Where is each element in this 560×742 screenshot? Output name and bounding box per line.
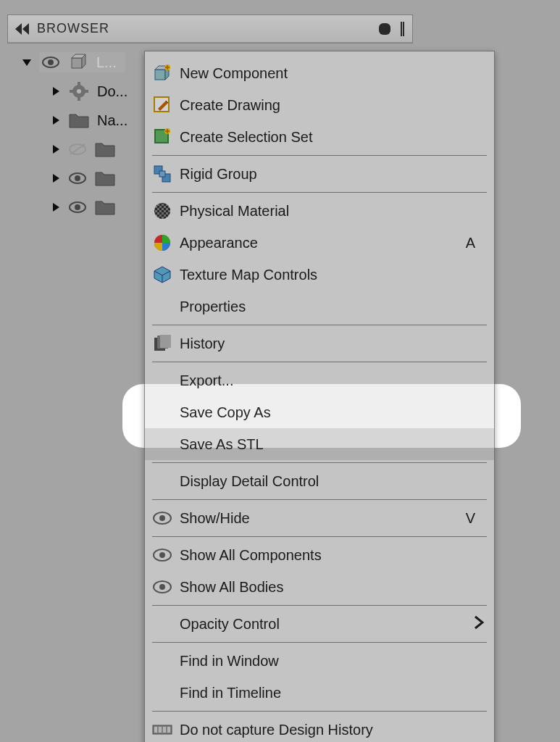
svg-point-14	[75, 204, 80, 210]
menu-find-in-timeline[interactable]: Find in Timeline	[145, 677, 494, 709]
menu-separator	[152, 362, 487, 362]
menu-show-all-components[interactable]: Show All Components	[145, 539, 494, 571]
menu-label: Show All Components	[180, 547, 484, 564]
svg-rect-8	[85, 90, 88, 93]
menu-properties[interactable]: Properties	[145, 291, 494, 322]
menu-find-in-window[interactable]: Find in Window	[145, 645, 494, 677]
gear-icon	[68, 82, 90, 101]
visibility-eye-icon[interactable]	[41, 53, 60, 72]
tree-item-label: L...	[96, 54, 117, 71]
svg-rect-38	[154, 727, 157, 733]
menu-label: Display Detail Control	[180, 473, 484, 490]
menu-separator	[152, 325, 487, 325]
folder-icon	[94, 198, 116, 217]
browser-header-controls	[379, 22, 402, 36]
visibility-eye-icon[interactable]	[68, 198, 87, 217]
eye-icon	[151, 507, 174, 529]
tree-item-label: Do...	[97, 83, 128, 100]
context-menu: New Component Create Drawing Create Sele…	[144, 51, 495, 742]
menu-separator	[152, 462, 487, 463]
menu-label: Opacity Control	[180, 616, 474, 633]
menu-label: Properties	[180, 299, 484, 315]
menu-shortcut: V	[466, 510, 475, 527]
menu-label: Find in Window	[180, 653, 484, 670]
expand-arrow-icon[interactable]	[51, 115, 61, 125]
expand-arrow-icon[interactable]	[51, 202, 61, 212]
menu-label: Show All Bodies	[180, 579, 484, 596]
create-drawing-icon	[151, 94, 174, 116]
visibility-eye-icon[interactable]	[68, 169, 87, 188]
menu-create-selection-set[interactable]: Create Selection Set	[145, 121, 494, 153]
menu-history[interactable]: History	[145, 328, 494, 359]
svg-rect-30	[160, 335, 171, 348]
menu-separator	[152, 155, 487, 156]
blank-icon	[151, 682, 174, 704]
collapse-arrow-icon[interactable]	[22, 57, 32, 67]
svg-rect-22	[159, 171, 165, 177]
folder-icon	[94, 140, 116, 159]
menu-label: Texture Map Controls	[180, 267, 484, 283]
svg-rect-40	[163, 727, 166, 733]
blank-icon	[151, 433, 174, 455]
menu-label: Find in Timeline	[180, 685, 484, 701]
menu-label: Appearance	[180, 235, 466, 251]
tree-item-label: Na...	[97, 112, 128, 129]
menu-do-not-capture-history[interactable]: Do not capture Design History	[145, 714, 494, 742]
expand-arrow-icon[interactable]	[51, 173, 61, 183]
selection-set-icon	[151, 126, 174, 148]
browser-header: BROWSER	[8, 15, 412, 43]
timeline-icon	[151, 719, 174, 741]
menu-save-as-stl[interactable]: Save As STL	[145, 428, 494, 460]
svg-rect-41	[167, 727, 170, 733]
menu-display-detail-control[interactable]: Display Detail Control	[145, 465, 494, 497]
menu-save-copy-as[interactable]: Save Copy As	[145, 396, 494, 428]
blank-icon	[151, 370, 174, 391]
menu-show-all-bodies[interactable]: Show All Bodies	[145, 571, 494, 603]
menu-label: New Component	[180, 65, 484, 82]
menu-label: Export...	[180, 372, 484, 389]
texture-icon	[151, 264, 174, 285]
menu-export[interactable]: Export...	[145, 364, 494, 396]
rewind-icon[interactable]	[14, 20, 31, 38]
eye-icon	[151, 544, 174, 566]
blank-icon	[151, 650, 174, 672]
blank-icon	[151, 470, 174, 492]
menu-label: Save Copy As	[180, 404, 484, 421]
svg-rect-7	[70, 90, 73, 93]
submenu-arrow-icon	[474, 615, 484, 633]
menu-create-drawing[interactable]: Create Drawing	[145, 89, 494, 121]
drag-handle-icon[interactable]	[401, 22, 402, 36]
svg-rect-6	[78, 97, 80, 101]
folder-icon	[68, 111, 90, 130]
menu-separator	[152, 642, 487, 643]
menu-label: Show/Hide	[180, 510, 466, 527]
menu-appearance[interactable]: Appearance A	[145, 227, 494, 259]
minimize-icon[interactable]	[379, 23, 390, 35]
svg-rect-39	[159, 727, 162, 733]
component-cube-icon	[67, 53, 89, 72]
svg-rect-2	[72, 58, 82, 68]
blank-icon	[151, 613, 174, 635]
visibility-eye-off-icon[interactable]	[68, 140, 87, 159]
new-component-icon	[151, 62, 174, 84]
menu-texture-map-controls[interactable]: Texture Map Controls	[145, 259, 494, 291]
menu-physical-material[interactable]: Physical Material	[145, 195, 494, 227]
menu-rigid-group[interactable]: Rigid Group	[145, 158, 494, 190]
expand-arrow-icon[interactable]	[51, 144, 61, 154]
svg-point-26	[154, 203, 170, 219]
history-icon	[151, 333, 174, 354]
menu-label: Create Selection Set	[180, 129, 484, 146]
menu-separator	[152, 499, 487, 500]
svg-point-4	[77, 89, 81, 93]
menu-show-hide[interactable]: Show/Hide V	[145, 502, 494, 534]
menu-separator	[152, 711, 487, 712]
menu-label: Do not capture Design History	[180, 722, 484, 738]
menu-label: Save As STL	[180, 436, 484, 453]
menu-opacity-control[interactable]: Opacity Control	[145, 608, 494, 640]
blank-icon	[151, 401, 174, 423]
browser-panel-title: BROWSER	[37, 21, 379, 36]
expand-arrow-icon[interactable]	[51, 86, 61, 96]
material-icon	[151, 200, 174, 222]
rigid-group-icon	[151, 163, 174, 185]
menu-new-component[interactable]: New Component	[145, 57, 494, 89]
